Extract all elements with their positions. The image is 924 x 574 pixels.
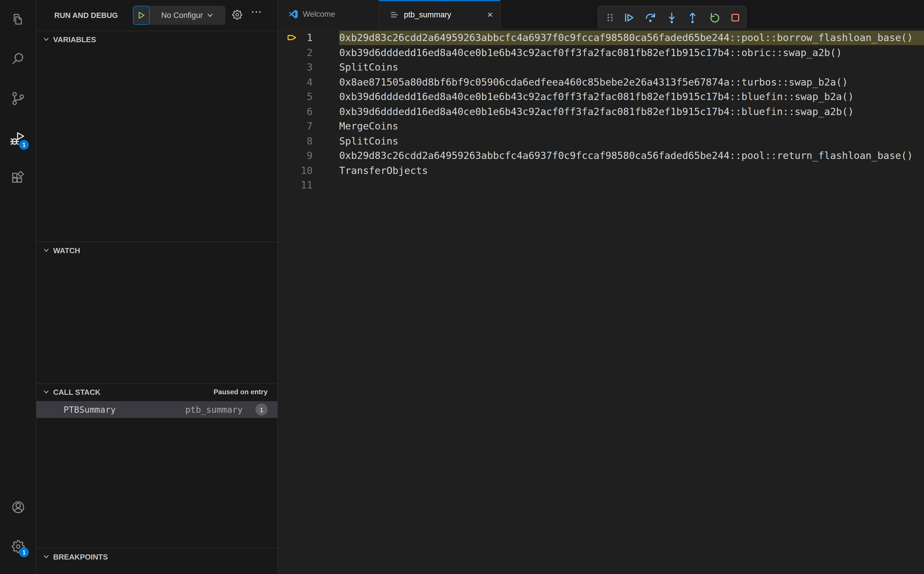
line-text: 0xb39d6dddedd16ed8a40ce0b1e6b43c92acf0ff…	[339, 104, 924, 119]
line-number: 6	[298, 106, 339, 117]
code-line[interactable]: 10 TransferObjects	[278, 163, 924, 178]
tab-ptb-summary[interactable]: ptb_summary ×	[379, 0, 501, 28]
line-text: 0xb39d6dddedd16ed8a40ce0b1e6b43c92acf0ff…	[339, 89, 924, 104]
line-gutter[interactable]: 5	[278, 89, 339, 104]
line-text: MergeCoins	[339, 119, 924, 134]
line-number: 1	[298, 32, 339, 44]
code-line[interactable]: 3 SplitCoins	[278, 60, 924, 74]
line-gutter[interactable]: 11	[278, 178, 339, 192]
editor-lines: 1 0xb29d83c26cdd2a64959263abbcfc4a6937f0…	[278, 28, 924, 574]
line-gutter[interactable]: 10	[278, 163, 339, 178]
close-tab-icon[interactable]: ×	[487, 10, 493, 20]
code-line[interactable]: 6 0xb39d6dddedd16ed8a40ce0b1e6b43c92acf0…	[278, 104, 924, 119]
code-line[interactable]: 1 0xb29d83c26cdd2a64959263abbcfc4a6937f0…	[278, 30, 924, 45]
editor-area: Welcome ptb_summary × 1 0xb29d83c26cdd2a…	[278, 0, 924, 574]
line-text: SplitCoins	[339, 134, 924, 148]
chevron-down-icon	[43, 247, 50, 254]
code-line[interactable]: 2 0xb39d6dddedd16ed8a40ce0b1e6b43c92acf0…	[278, 45, 924, 60]
line-text: TransferObjects	[339, 163, 924, 178]
stack-frame-badge: 1	[255, 404, 268, 416]
call-stack-frame-row[interactable]: PTBSummary ptb_summary 1	[36, 401, 277, 418]
line-number: 2	[298, 47, 339, 58]
search-button[interactable]	[0, 45, 36, 73]
file-list-icon	[389, 10, 399, 20]
run-and-debug-button[interactable]: 1	[0, 125, 36, 153]
debug-toolbar	[598, 6, 746, 29]
chevron-down-icon	[206, 11, 214, 19]
line-number: 7	[298, 120, 339, 132]
manage-gear-button[interactable]: 1	[0, 532, 36, 560]
extensions-button[interactable]	[0, 164, 36, 191]
line-gutter[interactable]: 8	[278, 134, 339, 148]
breakpoints-section-header[interactable]: BREAKPOINTS	[36, 548, 277, 565]
call-stack-status: Paused on entry	[214, 388, 268, 396]
debug-config-label: No Configur	[161, 11, 203, 20]
watch-section-header[interactable]: WATCH	[36, 241, 277, 259]
debug-settings-gear-button[interactable]	[232, 9, 243, 20]
code-line[interactable]: 5 0xb39d6dddedd16ed8a40ce0b1e6b43c92acf0…	[278, 89, 924, 104]
call-stack-section-header[interactable]: CALL STACK Paused on entry	[36, 383, 277, 401]
breakpoints-label: BREAKPOINTS	[53, 552, 108, 561]
launch-control-group: No Configur	[133, 6, 225, 25]
chevron-down-icon	[43, 388, 50, 395]
variables-label: VARIABLES	[53, 35, 96, 44]
sidebar-title: RUN AND DEBUG	[54, 11, 118, 20]
accounts-button[interactable]	[0, 493, 36, 521]
line-number: 8	[298, 135, 339, 147]
code-line[interactable]: 8 SplitCoins	[278, 134, 924, 148]
line-text: 0xb29d83c26cdd2a64959263abbcfc4a6937f0c9…	[339, 148, 924, 163]
line-gutter[interactable]: 4	[278, 74, 339, 89]
line-gutter[interactable]: 9	[278, 148, 339, 163]
line-number: 11	[298, 180, 339, 191]
toolbar-drag-handle[interactable]	[603, 6, 618, 29]
run-and-debug-sidebar: RUN AND DEBUG No Configur ··· VARIABLES …	[36, 0, 278, 574]
continue-button[interactable]	[618, 6, 640, 29]
line-text: 0xb29d83c26cdd2a64959263abbcfc4a6937f0c9…	[339, 30, 924, 45]
explorer-button[interactable]	[0, 5, 36, 33]
line-text: 0x8ae871505a80d8bf6bf9c05906cda6edfeea46…	[339, 74, 924, 89]
code-line[interactable]: 4 0x8ae871505a80d8bf6bf9c05906cda6edfeea…	[278, 74, 924, 89]
line-number: 10	[298, 165, 339, 176]
start-debug-button[interactable]	[133, 6, 150, 25]
line-number: 4	[298, 76, 339, 88]
tab-label: ptb_summary	[404, 10, 451, 19]
line-text	[339, 178, 924, 192]
chevron-down-icon	[43, 36, 50, 43]
line-text: SplitCoins	[339, 60, 924, 74]
step-over-button[interactable]	[639, 6, 661, 29]
line-number: 3	[298, 62, 339, 73]
variables-section-header[interactable]: VARIABLES	[36, 31, 277, 48]
line-gutter[interactable]: 1	[278, 30, 339, 45]
manage-badge: 1	[19, 547, 29, 557]
step-out-button[interactable]	[682, 6, 704, 29]
vscode-logo-icon	[288, 9, 298, 19]
chevron-down-icon	[43, 553, 50, 560]
debug-badge: 1	[19, 140, 29, 150]
sidebar-header: RUN AND DEBUG No Configur ···	[36, 0, 277, 31]
tab-label: Welcome	[303, 10, 335, 19]
line-number: 5	[298, 91, 339, 102]
current-line-arrow-icon	[287, 33, 298, 43]
line-text: 0xb39d6dddedd16ed8a40ce0b1e6b43c92acf0ff…	[339, 45, 924, 60]
step-into-button[interactable]	[661, 6, 682, 29]
source-control-button[interactable]	[0, 84, 36, 112]
line-gutter[interactable]: 7	[278, 119, 339, 134]
stack-frame-name: PTBSummary	[64, 404, 116, 415]
restart-button[interactable]	[704, 6, 725, 29]
debug-config-dropdown[interactable]: No Configur	[150, 11, 225, 20]
code-line[interactable]: 9 0xb29d83c26cdd2a64959263abbcfc4a6937f0…	[278, 148, 924, 163]
line-gutter[interactable]: 2	[278, 45, 339, 60]
call-stack-label: CALL STACK	[53, 388, 101, 396]
views-more-actions-button[interactable]: ···	[251, 7, 262, 17]
stop-button[interactable]	[725, 6, 746, 29]
code-line[interactable]: 11	[278, 178, 924, 192]
activity-bar: 1 1	[0, 0, 36, 574]
stack-frame-source: ptb_summary	[185, 404, 243, 415]
vscode-window: 1 1 RUN AND DEBUG No Configur ··· VA	[0, 0, 924, 574]
line-gutter[interactable]: 6	[278, 104, 339, 119]
code-line[interactable]: 7 MergeCoins	[278, 119, 924, 134]
tab-welcome[interactable]: Welcome	[278, 0, 379, 28]
watch-label: WATCH	[53, 246, 80, 255]
line-gutter[interactable]: 3	[278, 60, 339, 74]
line-number: 9	[298, 150, 339, 162]
